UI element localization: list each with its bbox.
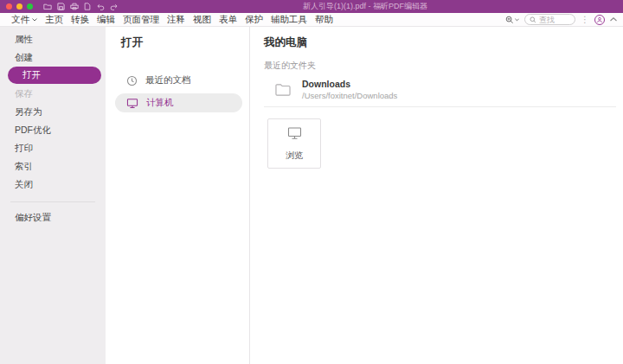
sidebar-item-properties[interactable]: 属性 bbox=[0, 30, 106, 48]
chevron-up-icon bbox=[610, 17, 617, 22]
more-options-button[interactable]: ⋮ bbox=[581, 16, 589, 24]
recent-folders-label: 最近的文件夹 bbox=[264, 60, 616, 72]
chevron-down-icon bbox=[515, 18, 519, 22]
sidebar-item-preferences[interactable]: 偏好设置 bbox=[0, 208, 106, 227]
browse-button[interactable]: 浏览 bbox=[267, 118, 321, 169]
my-computer-panel: 我的电脑 最近的文件夹 Downloads /Users/foxitnet/Do… bbox=[250, 27, 623, 364]
account-avatar[interactable] bbox=[594, 15, 605, 25]
sidebar-divider bbox=[10, 201, 95, 202]
open-folder-icon[interactable] bbox=[43, 3, 52, 10]
save-icon[interactable] bbox=[57, 3, 65, 10]
menubar: 文件 主页 转换 编辑 页面管理 注释 视图 表单 保护 辅助工具 帮助 ⋮ bbox=[0, 13, 623, 27]
search-icon bbox=[530, 16, 536, 23]
traffic-lights bbox=[6, 3, 33, 10]
user-icon bbox=[596, 16, 603, 23]
computer-icon bbox=[287, 126, 302, 144]
browse-label: 浏览 bbox=[286, 150, 303, 162]
recent-folder-downloads[interactable]: Downloads /Users/foxitnet/Downloads bbox=[264, 77, 616, 107]
sidebar-item-save: 保存 bbox=[0, 85, 106, 103]
redo-icon[interactable] bbox=[110, 3, 119, 10]
close-window-button[interactable] bbox=[6, 3, 12, 10]
sidebar-item-close[interactable]: 关闭 bbox=[0, 176, 106, 194]
computer-icon bbox=[126, 98, 138, 109]
sidebar-item-print[interactable]: 打印 bbox=[0, 139, 106, 157]
find-options-button[interactable] bbox=[505, 16, 519, 24]
clock-icon bbox=[126, 75, 138, 86]
new-document-icon[interactable] bbox=[84, 3, 91, 10]
sidebar-item-pdf-optimize[interactable]: PDF优化 bbox=[0, 121, 106, 139]
menu-edit[interactable]: 编辑 bbox=[97, 14, 115, 26]
folder-name: Downloads bbox=[302, 79, 397, 89]
menu-comment[interactable]: 注释 bbox=[167, 14, 185, 26]
menu-file[interactable]: 文件 bbox=[11, 14, 37, 26]
menu-file-label: 文件 bbox=[11, 14, 29, 26]
menu-page-organize[interactable]: 页面管理 bbox=[123, 14, 159, 26]
open-panel: 打开 最近的文档 计算机 bbox=[106, 27, 250, 364]
menu-convert[interactable]: 转换 bbox=[71, 14, 89, 26]
menu-home[interactable]: 主页 bbox=[45, 14, 63, 26]
my-computer-title: 我的电脑 bbox=[264, 35, 616, 50]
collapse-toolbar-button[interactable] bbox=[610, 17, 617, 22]
backstage-view: 属性 创建 打开 保存 另存为 PDF优化 打印 索引 关闭 偏好设置 打开 最… bbox=[0, 27, 623, 364]
open-item-label: 最近的文档 bbox=[145, 74, 191, 86]
quick-access-toolbar bbox=[43, 3, 119, 10]
search-input[interactable] bbox=[539, 16, 570, 24]
minimize-window-button[interactable] bbox=[16, 3, 22, 10]
sidebar-item-index[interactable]: 索引 bbox=[0, 157, 106, 176]
window-title: 新人引导(1)(1).pdf - 福昕PDF编辑器 bbox=[303, 1, 427, 12]
menubar-right-controls: ⋮ bbox=[505, 14, 617, 25]
sidebar-item-open[interactable]: 打开 bbox=[8, 67, 101, 84]
menu-help[interactable]: 帮助 bbox=[315, 14, 333, 26]
open-panel-title: 打开 bbox=[121, 35, 242, 50]
sidebar-item-create[interactable]: 创建 bbox=[0, 48, 106, 67]
file-sidebar: 属性 创建 打开 保存 另存为 PDF优化 打印 索引 关闭 偏好设置 bbox=[0, 27, 106, 364]
print-icon[interactable] bbox=[70, 3, 79, 10]
menu-accessibility[interactable]: 辅助工具 bbox=[271, 14, 307, 26]
titlebar: 新人引导(1)(1).pdf - 福昕PDF编辑器 bbox=[0, 0, 623, 13]
open-item-computer[interactable]: 计算机 bbox=[115, 93, 242, 112]
undo-icon[interactable] bbox=[96, 3, 105, 10]
menu-protect[interactable]: 保护 bbox=[245, 14, 263, 26]
folder-icon bbox=[274, 82, 292, 97]
zoom-window-button[interactable] bbox=[27, 3, 33, 10]
chevron-down-icon bbox=[32, 18, 37, 22]
folder-info: Downloads /Users/foxitnet/Downloads bbox=[302, 79, 397, 100]
open-locations-list: 最近的文档 计算机 bbox=[115, 71, 242, 112]
menu-view[interactable]: 视图 bbox=[193, 14, 211, 26]
open-item-label: 计算机 bbox=[146, 97, 174, 109]
folder-path: /Users/foxitnet/Downloads bbox=[302, 91, 397, 100]
sidebar-item-save-as[interactable]: 另存为 bbox=[0, 103, 106, 121]
search-field[interactable] bbox=[524, 14, 575, 25]
menu-form[interactable]: 表单 bbox=[219, 14, 237, 26]
open-item-recent-documents[interactable]: 最近的文档 bbox=[115, 71, 242, 90]
